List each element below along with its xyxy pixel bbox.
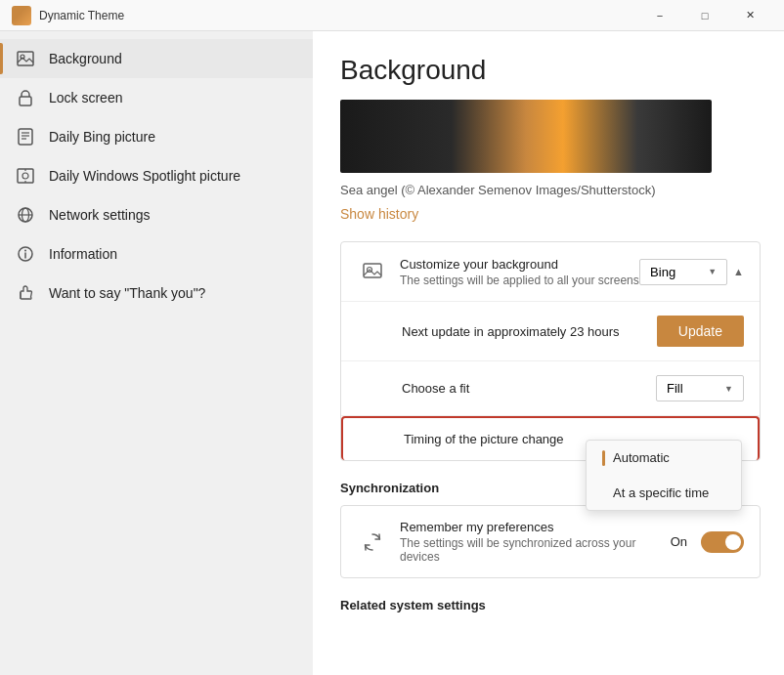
image-icon [16, 49, 35, 68]
title-bar: Dynamic Theme − □ ✕ [0, 0, 784, 31]
show-history-link[interactable]: Show history [340, 206, 418, 222]
timing-dropdown-menu: Automatic At a specific time [586, 440, 742, 511]
customize-control: Bing ▼ ▲ [639, 259, 744, 285]
svg-rect-18 [364, 264, 381, 277]
sync-preferences-content: Remember my preferences The settings wil… [400, 520, 671, 564]
related-settings-title: Related system settings [340, 598, 757, 612]
spotlight-icon [16, 166, 35, 186]
choose-fit-content: Choose a fit [357, 381, 656, 396]
svg-rect-7 [18, 169, 33, 183]
timing-row: Timing of the picture change Automatic A… [341, 416, 760, 460]
svg-rect-3 [19, 129, 32, 145]
sync-toggle[interactable] [701, 531, 744, 553]
customize-label: Customize your background [400, 257, 639, 272]
image-caption: Sea angel (© Alexander Semenov Images/Sh… [340, 183, 757, 197]
toggle-label: On [671, 534, 687, 549]
app-icon [12, 6, 31, 25]
page-title: Background [340, 55, 757, 86]
main-content: Background Sea angel (© Alexander Semeno… [313, 31, 784, 675]
customize-dropdown[interactable]: Bing ▼ [639, 259, 727, 285]
svg-point-16 [24, 250, 26, 252]
network-icon [16, 205, 35, 225]
timing-accent-bar [602, 450, 605, 466]
sidebar-label-daily-spotlight: Daily Windows Spotlight picture [49, 168, 240, 184]
svg-point-8 [22, 173, 28, 179]
sidebar-label-information: Information [49, 246, 117, 262]
timing-option-specific-time[interactable]: At a specific time [587, 476, 741, 510]
svg-rect-2 [20, 97, 31, 105]
sidebar-label-lock-screen: Lock screen [49, 90, 122, 105]
sidebar-item-information[interactable]: Information [0, 234, 313, 274]
choose-fit-label: Choose a fit [402, 381, 656, 396]
sync-icon [357, 527, 388, 558]
sync-preferences-label: Remember my preferences [400, 520, 671, 534]
bing-icon [16, 127, 35, 147]
update-button[interactable]: Update [657, 316, 744, 347]
sidebar-label-daily-bing: Daily Bing picture [49, 129, 155, 145]
timing-option-automatic-label: Automatic [613, 450, 670, 465]
chevron-down-icon: ▼ [708, 267, 717, 276]
preview-image [340, 100, 712, 173]
settings-card: Customize your background The settings w… [340, 241, 761, 461]
sidebar-label-background: Background [49, 51, 122, 66]
thumbsup-icon [16, 283, 35, 303]
sidebar-item-network[interactable]: Network settings [0, 195, 313, 234]
customize-icon [357, 256, 388, 287]
chevron-down-icon: ▼ [724, 384, 733, 394]
toggle-knob [725, 534, 741, 550]
sidebar-label-network: Network settings [49, 207, 150, 223]
app-title: Dynamic Theme [39, 9, 637, 22]
next-update-content: Next update in approximately 23 hours [357, 324, 657, 339]
info-icon [16, 244, 35, 264]
choose-fit-dropdown[interactable]: Fill ▼ [656, 375, 744, 401]
customize-row: Customize your background The settings w… [341, 242, 760, 302]
sync-toggle-control: On [671, 531, 744, 553]
customize-content: Customize your background The settings w… [400, 257, 639, 287]
sidebar-item-daily-bing[interactable]: Daily Bing picture [0, 117, 313, 156]
sidebar-item-background[interactable]: Background [0, 39, 313, 78]
window-controls: − □ ✕ [637, 0, 772, 31]
minimize-button[interactable]: − [637, 0, 682, 31]
sync-row: Remember my preferences The settings wil… [341, 506, 760, 577]
customize-dropdown-value: Bing [650, 265, 675, 279]
sidebar-label-thank-you: Want to say "Thank you"? [49, 285, 205, 301]
sidebar-item-thank-you[interactable]: Want to say "Thank you"? [0, 274, 313, 313]
app-body: Background Lock screen Daily Bing pi [0, 31, 784, 675]
choose-fit-dropdown-value: Fill [667, 381, 683, 396]
choose-fit-control: Fill ▼ [656, 375, 744, 401]
sidebar: Background Lock screen Daily Bing pi [0, 31, 313, 675]
sidebar-item-daily-spotlight[interactable]: Daily Windows Spotlight picture [0, 156, 313, 195]
customize-sublabel: The settings will be applied to all your… [400, 274, 639, 287]
sync-card: Remember my preferences The settings wil… [340, 505, 761, 578]
close-button[interactable]: ✕ [727, 0, 772, 31]
sync-preferences-sublabel: The settings will be synchronized across… [400, 536, 671, 564]
timing-option-automatic[interactable]: Automatic [587, 441, 741, 476]
next-update-control: Update [657, 316, 744, 347]
chevron-up-icon: ▲ [733, 266, 744, 277]
maximize-button[interactable]: □ [682, 0, 727, 31]
sidebar-item-lock-screen[interactable]: Lock screen [0, 78, 313, 117]
timing-option-specific-time-label: At a specific time [613, 485, 709, 500]
svg-rect-0 [18, 52, 33, 65]
next-update-label: Next update in approximately 23 hours [402, 324, 657, 339]
next-update-row: Next update in approximately 23 hours Up… [341, 302, 760, 361]
choose-fit-row: Choose a fit Fill ▼ [341, 361, 760, 416]
lock-icon [16, 88, 35, 107]
